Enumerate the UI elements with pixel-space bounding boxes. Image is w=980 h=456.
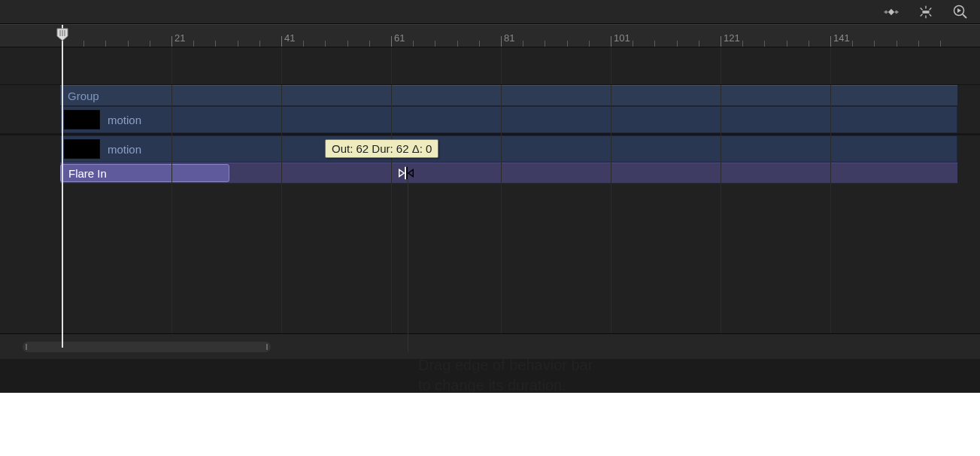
ruler-label: 81: [501, 32, 514, 44]
ruler-minor-tick: [787, 41, 787, 47]
svg-marker-2: [894, 10, 899, 14]
ruler-minor-tick: [699, 41, 699, 47]
ruler-minor-tick: [83, 41, 84, 47]
ruler-minor-tick: [105, 41, 106, 47]
ruler-minor-tick: [633, 41, 633, 47]
ruler-minor-tick: [654, 41, 655, 47]
group-header[interactable]: Group: [60, 85, 957, 106]
ruler-minor-tick: [347, 41, 348, 47]
grid-line: [171, 47, 172, 333]
svg-marker-0: [888, 8, 894, 14]
clip-label: motion: [108, 114, 141, 126]
ruler-minor-tick: [940, 41, 941, 47]
svg-line-7: [930, 14, 932, 16]
ruler-minor-tick: [128, 41, 129, 47]
svg-rect-3: [922, 11, 929, 14]
behavior-bar[interactable]: Flare In: [60, 164, 229, 182]
ruler-minor-tick: [413, 41, 414, 47]
time-ruler[interactable]: 21416181101121141: [0, 25, 980, 47]
keyframe-diamond-icon[interactable]: [884, 5, 899, 20]
callout-annotation: Drag edge of behavior bar to change its …: [399, 352, 775, 393]
grid-line: [391, 47, 392, 333]
group-label: Group: [68, 90, 99, 102]
ruler-minor-tick: [457, 41, 458, 47]
trim-handle-icon[interactable]: [397, 163, 415, 183]
ruler-label: 121: [721, 32, 740, 44]
svg-marker-1: [884, 10, 888, 14]
ruler-label: 101: [611, 32, 630, 44]
trim-tooltip: Out: 62 Dur: 62 Δ: 0: [325, 139, 438, 158]
ruler-minor-tick: [918, 41, 919, 47]
svg-line-5: [930, 8, 932, 10]
grid-line: [501, 47, 502, 333]
spark-icon[interactable]: [918, 5, 933, 20]
track-spacer: [0, 47, 980, 85]
ruler-label: 141: [830, 32, 850, 44]
clip-label: motion: [108, 143, 141, 156]
svg-marker-11: [957, 8, 961, 13]
ruler-minor-tick: [764, 41, 765, 47]
ruler-minor-tick: [369, 41, 370, 47]
ruler-label: 41: [281, 32, 295, 44]
grid-line: [611, 47, 611, 333]
svg-line-4: [921, 8, 923, 10]
ruler-minor-tick: [325, 41, 326, 47]
ruler-minor-tick: [897, 41, 897, 47]
clip-thumbnail: [64, 110, 100, 129]
svg-line-6: [921, 14, 923, 16]
tracks-area[interactable]: Group motion motion Flare In Out: 62 Dur…: [0, 47, 980, 333]
callout-line2: to change its duration.: [418, 377, 566, 393]
callout-text: Drag edge of behavior bar to change its …: [418, 355, 794, 393]
grid-line: [721, 47, 721, 333]
svg-line-12: [963, 14, 966, 18]
scrollbar-grip-right[interactable]: [266, 344, 268, 350]
ruler-minor-tick: [809, 41, 809, 47]
ruler-minor-tick: [545, 41, 545, 47]
ruler-minor-tick: [567, 41, 568, 47]
ruler-minor-tick: [193, 41, 194, 47]
horizontal-scrollbar[interactable]: [23, 342, 271, 352]
svg-marker-20: [408, 169, 413, 176]
behavior-lane[interactable]: Flare In Out: 62 Dur: 62 Δ: 0: [60, 163, 957, 184]
clip-thumbnail: [64, 139, 100, 159]
callout-line1: Drag edge of behavior bar: [418, 357, 593, 373]
behavior-label: Flare In: [68, 167, 107, 180]
grid-line: [281, 47, 282, 333]
timeline-editor: 21416181101121141 Group motion m: [0, 0, 980, 393]
ruler-minor-tick: [259, 41, 260, 47]
svg-marker-17: [399, 169, 404, 176]
clip-row[interactable]: motion: [60, 106, 957, 133]
grid-line: [830, 47, 831, 333]
timeline[interactable]: 21416181101121141 Group motion m: [0, 24, 980, 348]
ruler-minor-tick: [852, 41, 853, 47]
ruler-minor-tick: [874, 41, 875, 47]
play-search-icon[interactable]: [953, 5, 968, 20]
playhead-marker-icon[interactable]: [56, 27, 69, 45]
ruler-minor-tick: [150, 41, 150, 47]
callout-leader-line: [408, 179, 408, 352]
ruler-minor-tick: [677, 41, 678, 47]
ruler-minor-tick: [215, 41, 216, 47]
playhead-line[interactable]: [62, 25, 63, 348]
clip-row[interactable]: motion: [60, 135, 957, 163]
ruler-label: 21: [171, 32, 185, 44]
ruler-minor-tick: [589, 41, 590, 47]
ruler-minor-tick: [479, 41, 480, 47]
top-toolbar: [0, 0, 980, 24]
ruler-minor-tick: [435, 41, 435, 47]
ruler-label: 61: [391, 32, 405, 44]
scrollbar-grip-left[interactable]: [26, 344, 27, 350]
ruler-minor-tick: [303, 41, 304, 47]
ruler-minor-tick: [523, 41, 523, 47]
ruler-minor-tick: [742, 41, 743, 47]
ruler-minor-tick: [238, 41, 238, 47]
